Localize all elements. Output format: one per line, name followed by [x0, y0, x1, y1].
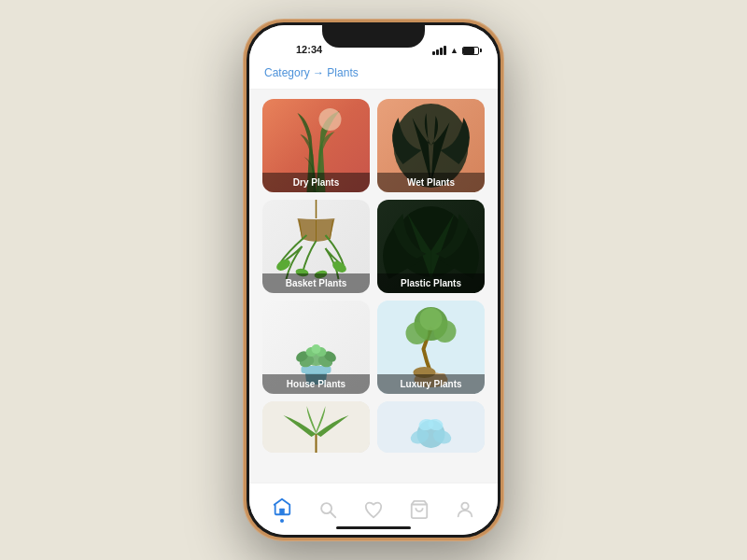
card-label-dry: Dry Plants: [262, 173, 370, 192]
category-grid: Dry Plants Wet Plants: [262, 99, 485, 453]
status-time: 12:34: [296, 44, 322, 55]
card-label-wet: Wet Plants: [377, 173, 485, 192]
category-card-partial-1[interactable]: [262, 401, 370, 453]
battery-icon: [462, 47, 479, 55]
nav-item-search[interactable]: [306, 494, 349, 525]
nav-item-cart[interactable]: [398, 494, 441, 525]
card-label-house: House Plants: [262, 374, 370, 394]
search-icon: [317, 499, 338, 520]
category-card-luxury-plants[interactable]: Luxury Plants: [377, 301, 485, 394]
phone-screen: 12:34 ▲ Category →: [249, 25, 498, 535]
home-indicator: [336, 526, 411, 529]
category-card-dry-plants[interactable]: Dry Plants: [262, 99, 370, 192]
signal-icon: [432, 46, 446, 55]
cart-icon: [409, 499, 430, 520]
home-active-dot: [280, 519, 284, 523]
svg-point-0: [319, 108, 342, 131]
content-area[interactable]: Dry Plants Wet Plants: [249, 90, 498, 483]
phone-device: 12:34 ▲ Category →: [243, 19, 504, 541]
category-card-plastic-plants[interactable]: Plastic Plants: [377, 200, 485, 293]
category-breadcrumb: Category → Plants: [264, 66, 483, 79]
nav-item-home[interactable]: [261, 491, 303, 528]
nav-item-profile[interactable]: [444, 494, 486, 525]
svg-rect-33: [279, 508, 285, 513]
card-label-basket: Basket Plants: [262, 273, 370, 293]
svg-point-24: [420, 308, 443, 330]
category-card-partial-2[interactable]: [377, 401, 485, 453]
card-label-plastic: Plastic Plants: [377, 273, 485, 293]
card-label-luxury: Luxury Plants: [377, 374, 485, 394]
svg-point-37: [462, 502, 469, 509]
svg-line-35: [331, 511, 336, 517]
status-icons: ▲: [432, 46, 479, 55]
category-card-house-plants[interactable]: House Plants: [262, 301, 370, 394]
phone-inner: 12:34 ▲ Category →: [247, 22, 500, 538]
heart-icon: [363, 499, 384, 520]
phone-notch: [322, 25, 425, 48]
svg-point-16: [312, 344, 321, 354]
category-value[interactable]: Plants: [327, 66, 358, 79]
nav-item-favorites[interactable]: [352, 494, 395, 525]
app-header: Category → Plants: [249, 59, 498, 90]
wifi-icon: ▲: [450, 46, 458, 55]
home-icon: [272, 497, 292, 517]
category-card-wet-plants[interactable]: Wet Plants: [377, 99, 485, 192]
profile-icon: [455, 499, 475, 520]
category-card-basket-plants[interactable]: Basket Plants: [262, 200, 370, 293]
